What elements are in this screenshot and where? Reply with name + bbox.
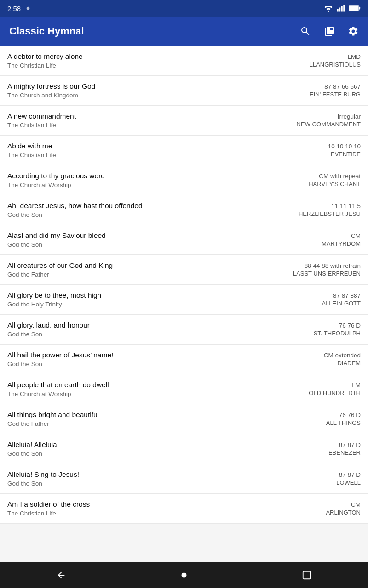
app-bar-actions (298, 24, 361, 39)
hymn-category-15: The Christian Life (7, 510, 282, 517)
hymn-tune-9: ST. THEODULPH (287, 330, 361, 337)
settings-button[interactable] (346, 24, 361, 39)
hymn-left-1: A mighty fortress is our God The Church … (7, 82, 287, 99)
hymn-right-4: CM with repeat HARVEY'S CHANT (287, 173, 361, 187)
back-icon (56, 570, 66, 580)
hymn-tune-0: LLANGRISTIOLUS (287, 61, 361, 68)
hymn-left-12: All things bright and beautiful God the … (7, 411, 287, 427)
hymn-meter-12: 76 76 D (287, 412, 361, 418)
hymn-meter-9: 76 76 D (287, 322, 361, 329)
hymn-item[interactable]: All creatures of our God and King God th… (0, 255, 368, 285)
hymn-item[interactable]: Am I a soldier of the cross The Christia… (0, 494, 368, 524)
hymn-title-7: All creatures of our God and King (7, 261, 282, 270)
hymn-title-5: Ah, dearest Jesus, how hast thou offende… (7, 202, 282, 210)
hymn-meter-15: CM (287, 501, 361, 508)
hymn-meter-8: 87 87 887 (287, 292, 361, 299)
hymn-meter-10: CM extended (287, 352, 361, 359)
hymn-item[interactable]: Abide with me The Christian Life 10 10 1… (0, 136, 368, 165)
hymn-tune-11: OLD HUNDREDTH (287, 390, 361, 396)
hymn-right-3: 10 10 10 10 EVENTIDE (287, 143, 361, 158)
hymn-title-2: A new commandment (7, 112, 282, 120)
hymn-left-2: A new commandment The Christian Life (7, 112, 287, 129)
hymn-title-9: All glory, laud, and honour (7, 321, 282, 329)
hymn-tune-2: NEW COMMANDMENT (287, 121, 361, 128)
hymn-tune-10: DIADEM (287, 360, 361, 367)
hymn-left-7: All creatures of our God and King God th… (7, 261, 287, 278)
hymn-title-12: All things bright and beautiful (7, 411, 282, 419)
svg-rect-5 (343, 5, 345, 12)
hymn-left-14: Alleluia! Sing to Jesus! God the Son (7, 470, 287, 487)
svg-point-0 (27, 7, 30, 10)
bookmarks-button[interactable] (322, 24, 337, 39)
hymn-left-8: All glory be to thee, most high God the … (7, 291, 287, 308)
hymn-left-3: Abide with me The Christian Life (7, 142, 287, 158)
hymn-item[interactable]: Alleluia! Alleluia! God the Son 87 87 D … (0, 434, 368, 464)
hymn-item[interactable]: Alleluia! Sing to Jesus! God the Son 87 … (0, 464, 368, 494)
recents-button[interactable] (293, 566, 321, 584)
hymn-tune-3: EVENTIDE (287, 151, 361, 158)
hymn-item[interactable]: A mighty fortress is our God The Church … (0, 76, 368, 106)
hymn-right-8: 87 87 887 ALLEIN GOTT (287, 292, 361, 307)
hymn-meter-0: LMD (287, 53, 361, 60)
notification-icon (24, 5, 32, 12)
hymn-meter-1: 87 87 66 667 (287, 83, 361, 90)
hymn-tune-4: HARVEY'S CHANT (287, 181, 361, 187)
hymn-item[interactable]: All glory, laud, and honour God the Son … (0, 315, 368, 345)
hymn-meter-5: 11 11 11 5 (287, 203, 361, 209)
hymn-meter-11: LM (287, 382, 361, 389)
hymn-title-13: Alleluia! Alleluia! (7, 441, 282, 449)
recents-icon (302, 570, 312, 580)
bookmarks-icon (324, 26, 335, 37)
hymn-category-5: God the Son (7, 211, 282, 218)
hymn-item[interactable]: According to thy gracious word The Churc… (0, 165, 368, 195)
hymn-item[interactable]: Alas! and did my Saviour bleed God the S… (0, 225, 368, 255)
hymn-item[interactable]: All hail the power of Jesus’ name! God t… (0, 345, 368, 374)
time-display: 2:58 (7, 5, 21, 12)
back-button[interactable] (47, 566, 75, 584)
hymn-item[interactable]: All people that on earth do dwell The Ch… (0, 374, 368, 404)
settings-icon (348, 26, 359, 37)
hymn-right-9: 76 76 D ST. THEODULPH (287, 322, 361, 337)
search-button[interactable] (298, 24, 313, 39)
hymn-category-8: God the Holy Trinity (7, 301, 282, 308)
hymn-list: A debtor to mercy alone The Christian Li… (0, 46, 368, 562)
hymn-meter-14: 87 87 D (287, 471, 361, 478)
hymn-category-4: The Church at Worship (7, 181, 282, 188)
signal-icon (337, 5, 345, 12)
hymn-category-0: The Christian Life (7, 62, 282, 69)
hymn-tune-7: LASST UNS ERFREUEN (287, 270, 361, 277)
hymn-right-11: LM OLD HUNDREDTH (287, 382, 361, 396)
svg-rect-4 (341, 6, 343, 12)
hymn-left-9: All glory, laud, and honour God the Son (7, 321, 287, 338)
hymn-item[interactable]: All things bright and beautiful God the … (0, 404, 368, 434)
hymn-left-5: Ah, dearest Jesus, how hast thou offende… (7, 202, 287, 218)
svg-point-1 (328, 11, 329, 12)
svg-point-9 (181, 573, 186, 578)
home-button[interactable] (170, 566, 198, 584)
svg-rect-3 (339, 8, 340, 12)
hymn-right-6: CM MARTYRDOM (287, 232, 361, 247)
hymn-tune-14: LOWELL (287, 479, 361, 486)
hymn-category-10: God the Son (7, 361, 282, 368)
hymn-right-14: 87 87 D LOWELL (287, 471, 361, 486)
hymn-left-11: All people that on earth do dwell The Ch… (7, 381, 287, 397)
hymn-title-14: Alleluia! Sing to Jesus! (7, 470, 282, 479)
hymn-category-11: The Church at Worship (7, 390, 282, 397)
hymn-tune-1: EIN' FESTE BURG (287, 91, 361, 98)
hymn-category-3: The Christian Life (7, 152, 282, 158)
hymn-right-15: CM ARLINGTON (287, 501, 361, 516)
wifi-icon (324, 5, 333, 12)
hymn-item[interactable]: Ah, dearest Jesus, how hast thou offende… (0, 195, 368, 225)
status-bar: 2:58 (0, 0, 368, 17)
hymn-item[interactable]: A debtor to mercy alone The Christian Li… (0, 46, 368, 76)
hymn-category-1: The Church and Kingdom (7, 92, 282, 99)
hymn-item[interactable]: All glory be to thee, most high God the … (0, 285, 368, 315)
hymn-title-15: Am I a soldier of the cross (7, 500, 282, 509)
hymn-item[interactable]: A new commandment The Christian Life Irr… (0, 106, 368, 136)
hymn-meter-3: 10 10 10 10 (287, 143, 361, 150)
hymn-title-10: All hail the power of Jesus’ name! (7, 351, 282, 359)
hymn-category-7: God the Father (7, 271, 282, 278)
hymn-tune-12: ALL THINGS (287, 419, 361, 426)
hymn-tune-8: ALLEIN GOTT (287, 300, 361, 307)
status-bar-left: 2:58 (7, 5, 32, 12)
